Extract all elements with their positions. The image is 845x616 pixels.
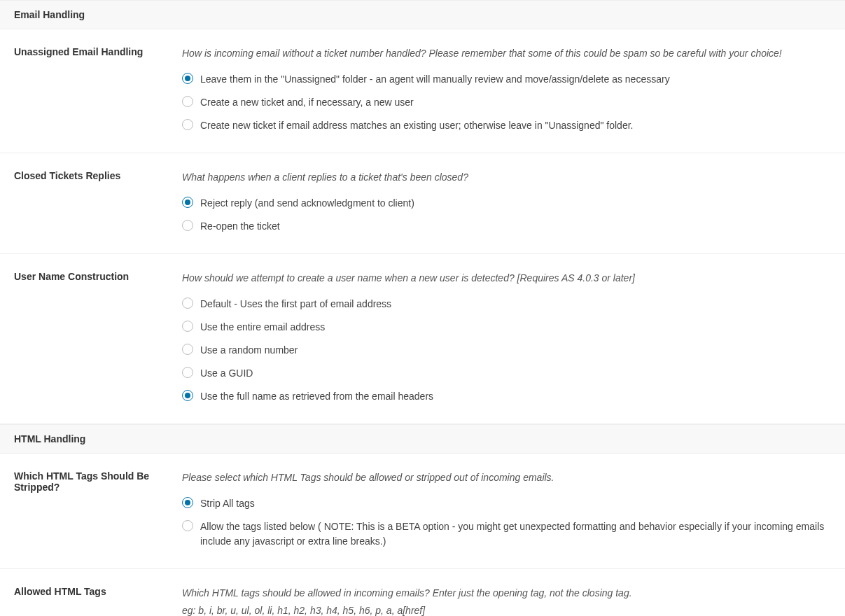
help-unassigned-email-handling: How is incoming email without a ticket n… [182,46,831,61]
content-closed-tickets-replies: What happens when a client replies to a … [182,170,831,234]
radio-label: Create new ticket if email address match… [200,118,633,133]
content-unassigned-email-handling: How is incoming email without a ticket n… [182,46,831,133]
radio-label: Allow the tags listed below ( NOTE: This… [200,519,831,549]
row-closed-tickets-replies: Closed Tickets Replies What happens when… [0,153,845,254]
radio-icon [182,96,193,107]
label-html-strip: Which HTML Tags Should Be Stripped? [14,470,182,549]
help-allowed-html-1: Which HTML tags should be allowed in inc… [182,586,831,601]
radio-label: Re-open the ticket [200,219,280,234]
help-closed-tickets-replies: What happens when a client replies to a … [182,170,831,185]
radio-strip-allow[interactable]: Allow the tags listed below ( NOTE: This… [182,519,831,549]
radio-icon [182,321,193,332]
radio-unassigned-create-ticket[interactable]: Create a new ticket and, if necessary, a… [182,95,831,110]
radio-icon [182,119,193,130]
row-username-construction: User Name Construction How should we att… [0,254,845,424]
label-username-construction: User Name Construction [14,271,182,404]
radio-username-guid[interactable]: Use a GUID [182,366,831,381]
radio-strip-all[interactable]: Strip All tags [182,496,831,511]
row-allowed-html-tags: Allowed HTML Tags Which HTML tags should… [0,569,845,616]
radio-icon [182,390,193,401]
content-allowed-html-tags: Which HTML tags should be allowed in inc… [182,586,831,616]
radio-label: Use a GUID [200,366,253,381]
label-allowed-html-tags: Allowed HTML Tags [14,586,182,616]
radio-unassigned-leave[interactable]: Leave them in the "Unassigned" folder - … [182,72,831,87]
radio-label: Use the entire email address [200,320,325,335]
radio-closed-reopen[interactable]: Re-open the ticket [182,219,831,234]
row-unassigned-email-handling: Unassigned Email Handling How is incomin… [0,29,845,153]
radio-closed-reject[interactable]: Reject reply (and send acknowledgment to… [182,196,831,211]
radio-username-entire-email[interactable]: Use the entire email address [182,320,831,335]
radio-label: Default - Uses the first part of email a… [200,297,391,312]
content-html-strip: Please select which HTML Tags should be … [182,470,831,549]
radio-username-random[interactable]: Use a random number [182,343,831,358]
help-username-construction: How should we attempt to create a user n… [182,271,831,286]
row-html-strip: Which HTML Tags Should Be Stripped? Plea… [0,454,845,569]
section-header-html-handling: HTML Handling [0,424,845,454]
help-html-strip: Please select which HTML Tags should be … [182,470,831,485]
help-allowed-html-2: eg: b, i, br, u, ul, ol, li, h1, h2, h3,… [182,603,831,616]
label-closed-tickets-replies: Closed Tickets Replies [14,170,182,234]
radio-icon [182,73,193,84]
radio-label: Use the full name as retrieved from the … [200,389,433,404]
radio-unassigned-match-existing[interactable]: Create new ticket if email address match… [182,118,831,133]
radio-label: Use a random number [200,343,298,358]
content-username-construction: How should we attempt to create a user n… [182,271,831,404]
radio-icon [182,497,193,508]
radio-username-default[interactable]: Default - Uses the first part of email a… [182,297,831,312]
radio-label: Leave them in the "Unassigned" folder - … [200,72,670,87]
radio-icon [182,367,193,378]
radio-icon [182,344,193,355]
radio-icon [182,220,193,231]
radio-username-fullname[interactable]: Use the full name as retrieved from the … [182,389,831,404]
radio-icon [182,298,193,309]
section-header-email-handling: Email Handling [0,0,845,29]
label-unassigned-email-handling: Unassigned Email Handling [14,46,182,133]
radio-icon [182,520,193,531]
radio-label: Strip All tags [200,496,255,511]
radio-icon [182,197,193,208]
radio-label: Create a new ticket and, if necessary, a… [200,95,414,110]
radio-label: Reject reply (and send acknowledgment to… [200,196,414,211]
